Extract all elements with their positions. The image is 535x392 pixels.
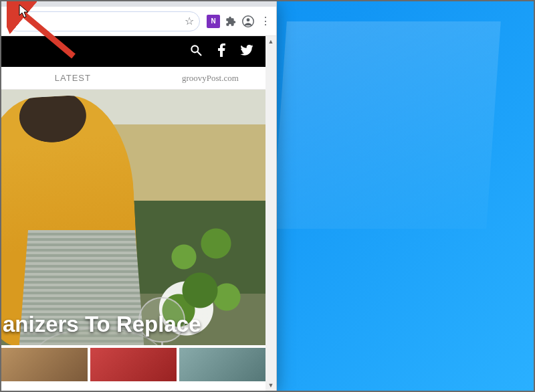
thumb-2[interactable] (90, 348, 177, 381)
desktop-wallpaper-highlight (272, 21, 501, 229)
hero-headline: anizers To Replace (3, 312, 201, 337)
site-brand[interactable]: groovyPost.com (144, 73, 276, 84)
mouse-cursor-icon (19, 4, 29, 19)
hero-thumbnail-strip[interactable] (1, 345, 265, 381)
site-nav-row: LATEST groovyPost.com (1, 67, 276, 90)
hero-article[interactable]: anizers To Replace (1, 90, 265, 381)
thumb-1[interactable] (1, 348, 88, 381)
scroll-track[interactable] (265, 47, 276, 380)
bookmark-star-icon[interactable]: ☆ (185, 15, 194, 27)
svg-line-3 (198, 52, 201, 56)
scroll-down-arrow-icon[interactable]: ▼ (265, 380, 276, 391)
profile-avatar-icon[interactable] (241, 15, 255, 27)
search-icon[interactable] (189, 43, 203, 60)
thumb-3[interactable] (179, 348, 265, 381)
annotation-arrow (7, 0, 80, 62)
svg-point-1 (247, 18, 250, 21)
onenote-extension-icon[interactable]: N (207, 15, 220, 28)
page-viewport: LATEST groovyPost.com anizers To Replace… (1, 36, 276, 391)
facebook-icon[interactable] (217, 43, 225, 60)
twitter-icon[interactable] (240, 45, 253, 58)
kebab-menu-icon[interactable]: ⋮ (259, 15, 272, 27)
scroll-up-arrow-icon[interactable]: ▲ (265, 36, 276, 47)
nav-latest-tab[interactable]: LATEST (1, 73, 144, 83)
extensions-puzzle-icon[interactable] (224, 16, 237, 27)
vertical-scrollbar[interactable]: ▲ ▼ (265, 36, 276, 391)
